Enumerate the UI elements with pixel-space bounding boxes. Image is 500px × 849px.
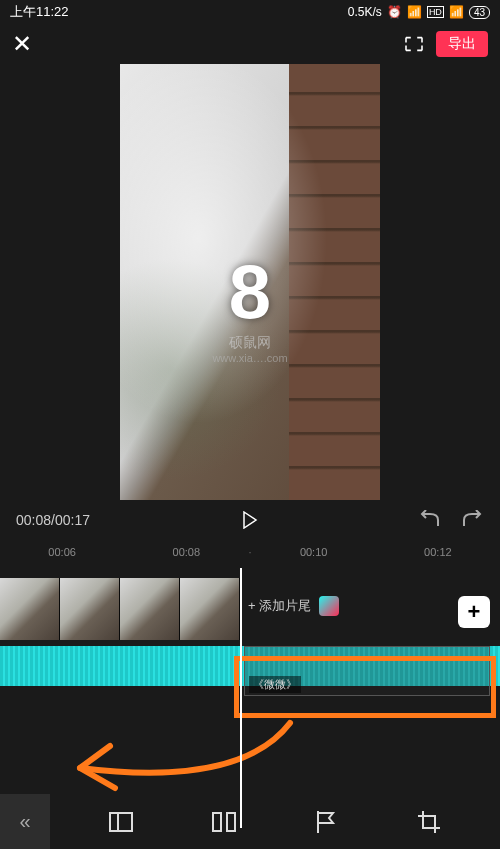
svg-rect-2 [213, 813, 221, 831]
watermark-url: www.xia….com [212, 352, 287, 364]
clip-thumbnail[interactable] [180, 578, 240, 640]
ruler-tick: 00:10 [252, 546, 376, 558]
hd-icon: HD [427, 6, 444, 18]
expand-icon[interactable] [404, 36, 424, 52]
battery-icon: 43 [469, 6, 490, 19]
export-button[interactable]: 导出 [436, 31, 488, 57]
split-left-icon[interactable] [108, 809, 134, 835]
playback-bar: 00:08/00:17 [0, 500, 500, 540]
watermark-text: 硕鼠网 [229, 334, 271, 352]
audio-clip[interactable]: 《微微》 [244, 646, 490, 696]
flag-icon[interactable] [313, 809, 339, 835]
svg-rect-0 [110, 813, 132, 831]
ruler-tick: 00:12 [376, 546, 500, 558]
audio-clip-label: 《微微》 [249, 676, 301, 693]
wifi-icon: 📶 [449, 5, 464, 19]
bottom-toolbar: « [0, 794, 500, 849]
playhead[interactable] [240, 568, 242, 828]
play-icon[interactable] [242, 511, 258, 529]
timeline-ruler[interactable]: 00:06 00:08 · 00:10 00:12 [0, 540, 500, 564]
clip-thumbnail[interactable] [120, 578, 180, 640]
svg-rect-3 [227, 813, 235, 831]
add-clip-button[interactable]: + [458, 596, 490, 628]
network-speed: 0.5K/s [348, 5, 382, 19]
audio-track[interactable]: 《微微》 [0, 646, 500, 686]
status-time: 上午11:22 [10, 3, 69, 21]
signal-icon: 📶 [407, 5, 422, 19]
video-preview[interactable]: 8 硕鼠网 www.xia….com [0, 64, 500, 500]
redo-icon[interactable] [460, 510, 484, 530]
countdown-number: 8 [229, 247, 271, 334]
status-right: 0.5K/s ⏰ 📶 HD 📶 43 [348, 5, 490, 19]
clip-thumbnail[interactable] [0, 578, 60, 640]
ruler-tick: 00:06 [0, 546, 124, 558]
undo-icon[interactable] [418, 510, 442, 530]
status-bar: 上午11:22 0.5K/s ⏰ 📶 HD 📶 43 [0, 0, 500, 24]
top-bar: ✕ 导出 [0, 24, 500, 64]
split-center-icon[interactable] [211, 809, 237, 835]
ruler-tick: 00:08 [124, 546, 248, 558]
collapse-button[interactable]: « [0, 794, 50, 849]
video-track[interactable] [0, 578, 240, 640]
crop-icon[interactable] [416, 809, 442, 835]
clip-thumbnail[interactable] [60, 578, 120, 640]
timeline-area[interactable]: + 添加片尾 + 《微微》 [0, 578, 500, 808]
time-display: 00:08/00:17 [16, 512, 90, 528]
tiktok-icon [319, 596, 339, 616]
video-frame: 8 硕鼠网 www.xia….com [120, 64, 380, 500]
close-icon[interactable]: ✕ [12, 30, 32, 58]
add-tail-button[interactable]: + 添加片尾 [248, 597, 311, 615]
alarm-icon: ⏰ [387, 5, 402, 19]
